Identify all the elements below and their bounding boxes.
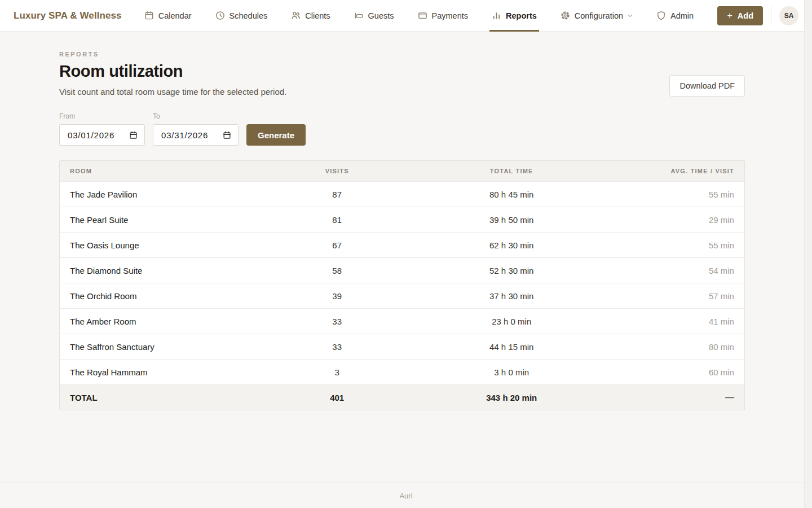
- room-cell: The Royal Hammam: [60, 367, 265, 377]
- total-time-cell: 80 h 45 min: [409, 190, 614, 199]
- nav-item-label: Configuration: [575, 11, 623, 20]
- total-row: TOTAL 401 343 h 20 min —: [60, 384, 744, 410]
- table-header-row: ROOM VISITS TOTAL TIME AVG. TIME / VISIT: [60, 161, 744, 181]
- table-row[interactable]: The Saffron Sanctuary 33 44 h 15 min 80 …: [60, 334, 744, 359]
- table-row[interactable]: The Diamond Suite 58 52 h 30 min 54 min: [60, 257, 744, 283]
- avatar[interactable]: SA: [779, 6, 798, 25]
- clock-icon: [215, 11, 225, 20]
- to-date-value: 03/31/2026: [161, 130, 208, 140]
- from-label: From: [59, 112, 145, 120]
- page-subtitle: Visit count and total room usage time fo…: [59, 87, 286, 97]
- download-pdf-button[interactable]: Download PDF: [669, 75, 745, 97]
- nav-item-label: Reports: [506, 11, 537, 20]
- table-row[interactable]: The Jade Pavilion 87 80 h 45 min 55 min: [60, 181, 744, 207]
- add-button[interactable]: + Add: [717, 6, 763, 25]
- nav-item-label: Calendar: [158, 11, 192, 20]
- table-row[interactable]: The Royal Hammam 3 3 h 0 min 60 min: [60, 359, 744, 384]
- total-time-cell: 39 h 50 min: [409, 215, 614, 225]
- table-row[interactable]: The Pearl Suite 81 39 h 50 min 29 min: [60, 207, 744, 232]
- nav-item-admin[interactable]: Admin: [654, 0, 696, 32]
- avg-time-cell: 55 min: [614, 240, 744, 250]
- avg-time-cell: 57 min: [614, 291, 744, 301]
- from-date-value: 03/01/2026: [68, 130, 114, 140]
- generate-button[interactable]: Generate: [246, 124, 306, 146]
- column-header-avg-time: AVG. TIME / VISIT: [614, 168, 744, 174]
- total-time-cell: 343 h 20 min: [409, 393, 614, 402]
- calendar-picker-icon[interactable]: [223, 131, 231, 139]
- from-field: From 03/01/2026: [59, 112, 145, 146]
- nav-item-guests[interactable]: Guests: [352, 0, 396, 32]
- column-header-total-time: TOTAL TIME: [409, 168, 614, 174]
- scrollbar[interactable]: [804, 0, 812, 508]
- bar-chart-icon: [492, 11, 501, 20]
- from-date-input[interactable]: 03/01/2026: [59, 124, 145, 146]
- nav-item-schedules[interactable]: Schedules: [213, 0, 270, 32]
- avg-time-cell: 29 min: [614, 215, 744, 225]
- brand-logo[interactable]: Luxury SPA & Wellness: [14, 10, 122, 21]
- to-label: To: [153, 112, 239, 120]
- room-cell: The Orchid Room: [60, 291, 265, 301]
- nav-item-clients[interactable]: Clients: [289, 0, 332, 32]
- bed-icon: [354, 11, 364, 20]
- avg-time-cell: 80 min: [614, 342, 744, 352]
- visits-cell: 39: [265, 291, 409, 301]
- nav-item-label: Clients: [305, 11, 330, 20]
- total-time-cell: 62 h 30 min: [409, 240, 614, 250]
- to-date-input[interactable]: 03/31/2026: [153, 124, 239, 146]
- visits-cell: 3: [265, 367, 409, 377]
- nav-item-label: Payments: [432, 11, 468, 20]
- users-icon: [291, 11, 301, 20]
- date-filters: From 03/01/2026 To 03/31/2026 Generate: [59, 112, 745, 146]
- avg-time-cell: 55 min: [614, 190, 744, 199]
- page-heading-block: REPORTS Room utilization Visit count and…: [59, 51, 286, 97]
- nav-item-label: Guests: [368, 11, 394, 20]
- gear-icon: [561, 11, 570, 20]
- total-time-cell: 52 h 30 min: [409, 266, 614, 275]
- column-header-room: ROOM: [60, 168, 265, 174]
- table-body: The Jade Pavilion 87 80 h 45 min 55 min …: [60, 181, 744, 384]
- visits-cell: 67: [265, 240, 409, 250]
- nav-item-reports[interactable]: Reports: [489, 0, 539, 32]
- to-field: To 03/31/2026: [153, 112, 239, 146]
- calendar-picker-icon[interactable]: [129, 131, 138, 139]
- main-content: REPORTS Room utilization Visit count and…: [0, 32, 812, 483]
- nav-item-calendar[interactable]: Calendar: [142, 0, 194, 32]
- nav-item-payments[interactable]: Payments: [416, 0, 470, 32]
- total-time-cell: 3 h 0 min: [409, 367, 614, 377]
- room-cell: The Jade Pavilion: [60, 190, 265, 199]
- room-cell: The Amber Room: [60, 317, 265, 326]
- room-cell: The Oasis Lounge: [60, 240, 265, 250]
- table-row[interactable]: The Orchid Room 39 37 h 30 min 57 min: [60, 283, 744, 308]
- visits-cell: 87: [265, 190, 409, 199]
- room-cell: The Diamond Suite: [60, 266, 265, 275]
- nav-item-configuration[interactable]: Configuration: [558, 0, 635, 32]
- avg-time-cell: 60 min: [614, 367, 744, 377]
- visits-cell: 58: [265, 266, 409, 275]
- visits-cell: 81: [265, 215, 409, 225]
- breadcrumb: REPORTS: [59, 51, 286, 58]
- plus-icon: +: [727, 11, 732, 20]
- visits-cell: 33: [265, 342, 409, 352]
- avg-time-cell: 54 min: [614, 266, 744, 275]
- top-nav: Luxury SPA & Wellness Calendar Schedules…: [0, 0, 812, 32]
- room-utilization-table: ROOM VISITS TOTAL TIME AVG. TIME / VISIT…: [59, 160, 745, 410]
- footer: Auri: [0, 483, 812, 508]
- total-time-cell: 37 h 30 min: [409, 291, 614, 301]
- visits-cell: 33: [265, 317, 409, 326]
- room-cell: The Pearl Suite: [60, 215, 265, 225]
- add-button-label: Add: [738, 11, 753, 20]
- room-cell: The Saffron Sanctuary: [60, 342, 265, 352]
- table-row[interactable]: The Oasis Lounge 67 62 h 30 min 55 min: [60, 232, 744, 257]
- nav-item-label: Admin: [670, 11, 694, 20]
- shield-icon: [656, 11, 666, 20]
- calendar-icon: [144, 11, 154, 20]
- header-divider: [771, 6, 771, 25]
- table-row[interactable]: The Amber Room 33 23 h 0 min 41 min: [60, 308, 744, 334]
- chevron-down-icon: [628, 14, 633, 17]
- page-title: Room utilization: [59, 62, 286, 81]
- total-time-cell: 23 h 0 min: [409, 317, 614, 326]
- total-visits-cell: 401: [265, 393, 409, 402]
- nav-item-label: Schedules: [230, 11, 268, 20]
- total-avg-cell: —: [614, 392, 744, 402]
- footer-text: Auri: [399, 492, 412, 500]
